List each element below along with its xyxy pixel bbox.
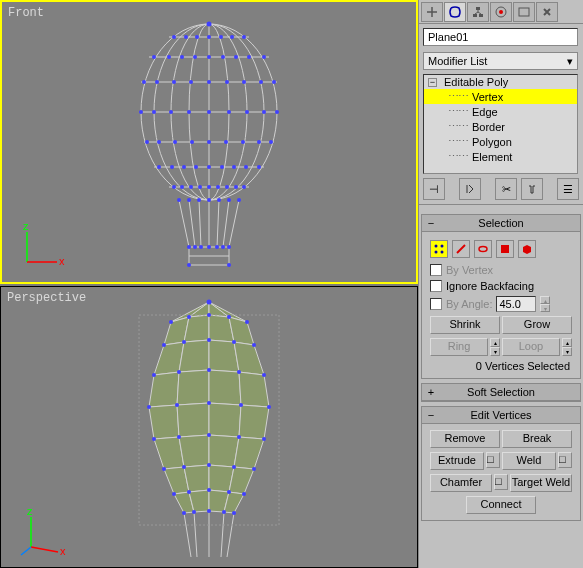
tab-utilities-icon[interactable]	[536, 2, 558, 22]
object-name-input[interactable]	[423, 28, 578, 46]
edge-mode-icon[interactable]	[452, 240, 470, 258]
chamfer-settings-button[interactable]: □	[494, 474, 508, 490]
spinner-down-icon[interactable]: ▾	[540, 304, 550, 312]
modifier-list-dropdown[interactable]: Modifier List ▾	[423, 52, 578, 70]
ring-down-icon[interactable]: ▾	[490, 347, 500, 356]
svg-point-49	[152, 55, 156, 59]
make-unique-icon[interactable]: ✂	[495, 178, 517, 200]
rollout-edit-vertices-header[interactable]: − Edit Vertices	[422, 407, 580, 424]
svg-marker-119	[149, 405, 179, 439]
svg-point-21	[207, 22, 212, 27]
tree-item-edge[interactable]: ⋯⋯Edge	[424, 104, 577, 119]
svg-point-57	[207, 55, 211, 59]
svg-point-22	[139, 110, 143, 114]
viewport-perspective[interactable]: Perspective	[0, 286, 418, 568]
svg-point-91	[227, 245, 231, 249]
extrude-settings-button[interactable]: □	[486, 452, 500, 468]
svg-point-85	[187, 198, 191, 202]
svg-line-135	[184, 513, 191, 557]
svg-marker-112	[179, 340, 209, 372]
svg-point-77	[234, 185, 238, 189]
tab-create-icon[interactable]	[421, 2, 443, 22]
loop-button[interactable]: Loop	[502, 338, 560, 356]
svg-point-145	[227, 315, 231, 319]
svg-point-86	[227, 198, 231, 202]
tab-modify-icon[interactable]	[444, 2, 466, 22]
border-mode-icon[interactable]	[474, 240, 492, 258]
vertex-mode-icon[interactable]	[430, 240, 448, 258]
svg-point-167	[162, 467, 166, 471]
svg-point-87	[197, 198, 201, 202]
svg-point-155	[237, 370, 241, 374]
extrude-button[interactable]: Extrude	[430, 452, 484, 470]
svg-point-146	[245, 320, 249, 324]
svg-point-147	[162, 343, 166, 347]
tab-motion-icon[interactable]	[490, 2, 512, 22]
viewport-front[interactable]: Front	[0, 0, 418, 284]
svg-point-23	[275, 110, 279, 114]
svg-point-67	[172, 35, 176, 39]
svg-point-81	[216, 185, 220, 189]
configure-icon[interactable]: ☰	[557, 178, 579, 200]
break-button[interactable]: Break	[502, 430, 572, 448]
svg-point-159	[207, 401, 211, 405]
svg-point-168	[182, 465, 186, 469]
collapse-icon[interactable]: −	[428, 78, 437, 87]
svg-point-39	[207, 80, 211, 84]
weld-button[interactable]: Weld	[502, 452, 556, 470]
svg-point-79	[225, 185, 229, 189]
loop-up-icon[interactable]: ▴	[562, 338, 572, 347]
ring-up-icon[interactable]: ▴	[490, 338, 500, 347]
svg-point-93	[221, 245, 225, 249]
tab-display-icon[interactable]	[513, 2, 535, 22]
tree-item-element[interactable]: ⋯⋯Element	[424, 149, 577, 164]
svg-point-31	[142, 80, 146, 84]
tree-root[interactable]: − Editable Poly	[424, 75, 577, 89]
ignore-backfacing-row: Ignore Backfacing	[426, 278, 576, 294]
grow-button[interactable]: Grow	[502, 316, 572, 334]
loop-down-icon[interactable]: ▾	[562, 347, 572, 356]
by-angle-input[interactable]	[496, 296, 536, 312]
svg-point-177	[182, 511, 186, 515]
svg-marker-115	[149, 372, 179, 407]
svg-line-14	[199, 200, 201, 247]
svg-point-29	[227, 110, 231, 114]
svg-point-178	[192, 510, 196, 514]
element-mode-icon[interactable]	[518, 240, 536, 258]
tree-item-polygon[interactable]: ⋯⋯Polygon	[424, 134, 577, 149]
ring-button[interactable]: Ring	[430, 338, 488, 356]
tree-item-vertex[interactable]: ⋯⋯Vertex	[424, 89, 577, 104]
by-angle-checkbox[interactable]	[430, 298, 442, 310]
ignore-backfacing-checkbox[interactable]	[430, 280, 442, 292]
svg-point-89	[207, 198, 211, 202]
svg-point-95	[215, 245, 219, 249]
svg-rect-187	[476, 7, 480, 10]
svg-point-148	[182, 340, 186, 344]
svg-marker-116	[177, 370, 209, 405]
show-end-icon[interactable]	[459, 178, 481, 200]
connect-button[interactable]: Connect	[466, 496, 536, 514]
tree-item-border[interactable]: ⋯⋯Border	[424, 119, 577, 134]
tab-hierarchy-icon[interactable]	[467, 2, 489, 22]
svg-point-171	[252, 467, 256, 471]
shrink-button[interactable]: Shrink	[430, 316, 500, 334]
weld-settings-button[interactable]: □	[558, 452, 572, 468]
svg-point-58	[157, 165, 161, 169]
remove-button[interactable]: Remove	[430, 430, 500, 448]
svg-point-30	[207, 110, 211, 114]
target-weld-button[interactable]: Target Weld	[510, 474, 572, 492]
modifier-stack[interactable]: − Editable Poly ⋯⋯Vertex ⋯⋯Edge ⋯⋯Border…	[423, 74, 578, 174]
command-panel-tabs	[419, 0, 583, 24]
rollout-soft-selection-header[interactable]: + Soft Selection	[422, 384, 580, 401]
by-vertex-checkbox[interactable]	[430, 264, 442, 276]
spinner-up-icon[interactable]: ▴	[540, 296, 550, 304]
pin-stack-icon[interactable]: ⊣	[423, 178, 445, 200]
svg-point-170	[232, 465, 236, 469]
remove-modifier-icon[interactable]	[521, 178, 543, 200]
chamfer-button[interactable]: Chamfer	[430, 474, 492, 492]
svg-rect-188	[473, 14, 477, 17]
svg-point-54	[234, 55, 238, 59]
rollout-selection-header[interactable]: − Selection	[422, 215, 580, 232]
polygon-mode-icon[interactable]	[496, 240, 514, 258]
svg-point-97	[187, 263, 191, 267]
